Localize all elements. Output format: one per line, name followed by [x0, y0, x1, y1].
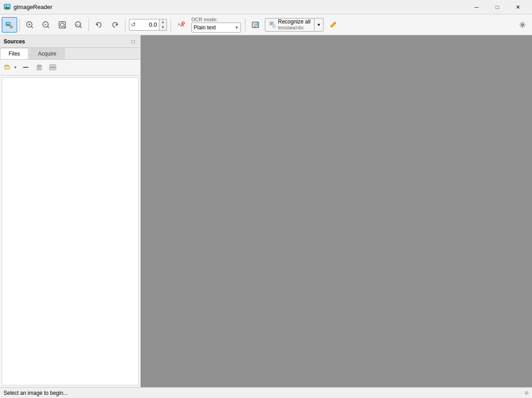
statusbar: Select an image to begin... ⊞	[0, 387, 532, 398]
edit-output-button[interactable]	[325, 17, 341, 33]
svg-line-16	[48, 26, 50, 28]
open-file-button[interactable]: ▼	[3, 61, 19, 73]
svg-point-8	[9, 23, 9, 24]
separator-3	[125, 19, 125, 31]
rotation-up-button[interactable]: ▲	[159, 19, 167, 25]
zoom-original-button[interactable]: 1:1	[71, 17, 86, 33]
source-toolbar: ▼	[0, 60, 140, 75]
svg-rect-9	[10, 26, 13, 28]
rotation-input[interactable]: 0.0	[137, 21, 159, 28]
separator-4	[171, 19, 171, 31]
svg-line-22	[80, 26, 82, 28]
undo-button[interactable]	[91, 17, 106, 33]
separator-2	[88, 19, 89, 31]
tessdata-label: tessdata/n6x	[278, 25, 304, 31]
output-button[interactable]	[248, 17, 263, 33]
rotate-icon: ↺	[130, 21, 137, 28]
maximize-button[interactable]: □	[487, 0, 508, 14]
tab-acquire[interactable]: Acquire	[29, 48, 65, 59]
settings-button[interactable]	[515, 17, 530, 33]
remove-file-button[interactable]	[19, 61, 32, 73]
sidebar-title: Sources	[4, 38, 25, 45]
ocr-mode-group: OCR mode: Plain text Hocr PDF ▼	[191, 17, 241, 33]
recognize-all-label: Recognize all	[278, 19, 310, 25]
ocr-mode-label: OCR mode:	[191, 17, 241, 23]
canvas-area[interactable]	[141, 35, 532, 387]
zoom-in-button[interactable]	[22, 17, 37, 33]
sidebar-toggle-button[interactable]: □	[130, 38, 137, 45]
zoom-out-button[interactable]	[38, 17, 54, 33]
svg-text:A: A	[180, 22, 184, 28]
rotation-control: ↺ 0.0 ▲ ▼	[129, 19, 167, 31]
zoom-fit-button[interactable]	[55, 17, 70, 33]
separator-1	[19, 19, 20, 31]
separator-5	[245, 19, 245, 31]
recognize-dropdown-icon: ▼	[317, 23, 321, 27]
ocr-mode-select[interactable]: Plain text Hocr PDF	[192, 24, 235, 31]
rotation-down-button[interactable]: ▼	[159, 25, 167, 30]
svg-line-13	[32, 26, 33, 28]
svg-point-18	[60, 23, 64, 27]
main-area: Sources □ Files Acquire ▼	[0, 35, 532, 387]
close-button[interactable]: ✕	[508, 0, 528, 14]
ocr-select-arrow-icon: ▼	[235, 25, 241, 30]
resize-handle: ⊞	[525, 390, 528, 395]
recognize-all-button[interactable]: Recognize all tessdata/n6x	[265, 18, 315, 32]
svg-point-3	[8, 5, 9, 6]
ocr-mode-select-wrapper: Plain text Hocr PDF ▼	[191, 23, 241, 33]
status-message: Select an image to begin...	[4, 390, 68, 396]
sidebar-header: Sources □	[0, 35, 140, 48]
scan-button[interactable]	[46, 61, 59, 73]
main-toolbar: 1:1 ↺ 0.0 ▲ ▼ A A	[0, 14, 532, 35]
svg-text:1:1: 1:1	[76, 23, 80, 27]
app-icon	[4, 4, 11, 11]
tab-files[interactable]: Files	[0, 48, 28, 59]
svg-rect-4	[5, 9, 9, 10]
svg-point-42	[522, 24, 523, 25]
ocr-settings-button[interactable]: A A	[173, 17, 189, 33]
recognize-group: Recognize all tessdata/n6x ▼	[265, 18, 324, 32]
titlebar: gImageReader ─ □ ✕	[0, 0, 532, 14]
minimize-button[interactable]: ─	[466, 0, 487, 14]
titlebar-controls: ─ □ ✕	[466, 0, 528, 14]
clear-files-button[interactable]	[33, 61, 46, 73]
open-image-button[interactable]	[2, 17, 17, 33]
source-tabs: Files Acquire	[0, 48, 140, 60]
file-list[interactable]	[2, 77, 139, 385]
open-file-dropdown-icon: ▼	[14, 66, 17, 70]
app-title: gImageReader	[14, 4, 466, 10]
sidebar: Sources □ Files Acquire ▼	[0, 35, 141, 387]
recognize-dropdown-button[interactable]: ▼	[315, 18, 324, 32]
rotation-spinner: ▲ ▼	[159, 19, 167, 30]
redo-button[interactable]	[107, 17, 123, 33]
